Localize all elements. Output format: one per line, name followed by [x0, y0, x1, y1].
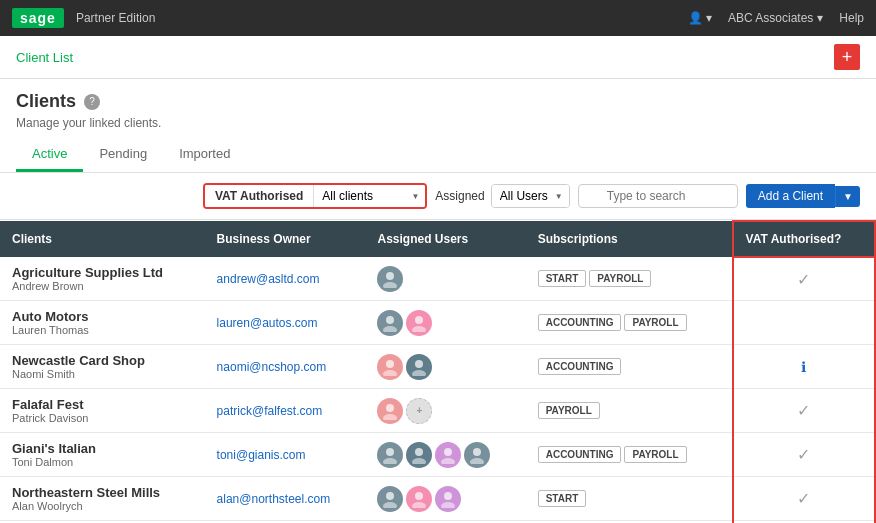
subscription-button[interactable]: START — [538, 490, 587, 507]
check-icon: ✓ — [746, 270, 862, 289]
add-client-dropdown-button[interactable]: ▼ — [835, 186, 860, 207]
svg-point-7 — [383, 370, 397, 376]
vat-authorised-cell: ✓ — [733, 389, 875, 433]
tabs: Active Pending Imported — [16, 138, 860, 172]
add-client-button[interactable]: Add a Client — [746, 184, 835, 208]
filter-bar: VAT Authorised All clients VAT Authorise… — [0, 173, 876, 220]
search-input[interactable] — [578, 184, 738, 208]
subscription-button[interactable]: PAYROLL — [589, 270, 651, 287]
search-wrapper — [578, 184, 738, 208]
client-name[interactable]: Newcastle Card Shop — [12, 353, 193, 368]
top-add-button[interactable]: + — [834, 44, 860, 70]
svg-point-18 — [473, 448, 481, 456]
add-client-group: Add a Client ▼ — [746, 184, 860, 208]
assigned-users-cell — [365, 301, 525, 345]
client-name[interactable]: Auto Motors — [12, 309, 193, 324]
svg-point-14 — [415, 448, 423, 456]
avatar — [377, 442, 403, 468]
svg-point-5 — [412, 326, 426, 332]
vat-authorised-cell: ✓ — [733, 477, 875, 521]
client-name[interactable]: Agriculture Supplies Ltd — [12, 265, 193, 280]
company-name[interactable]: ABC Associates ▾ — [728, 11, 823, 25]
subscription-button[interactable]: PAYROLL — [624, 446, 686, 463]
client-name-cell: Agriculture Supplies Ltd Andrew Brown — [0, 257, 205, 301]
subscriptions-cell: ACCOUNTINGPAYROLL — [526, 433, 733, 477]
breadcrumb[interactable]: Client List — [16, 50, 73, 65]
subscription-button[interactable]: PAYROLL — [624, 314, 686, 331]
client-name-cell: Auto Motors Lauren Thomas — [0, 301, 205, 345]
col-vat-authorised: VAT Authorised? — [733, 221, 875, 257]
vat-filter-select[interactable]: All clients VAT Authorised Not Authorise… — [313, 185, 425, 207]
vat-authorised-cell: ℹ — [733, 345, 875, 389]
client-owner: Patrick Davison — [12, 412, 193, 424]
sage-logo: sage — [12, 8, 64, 28]
business-owner-cell: patrick@falfest.com — [205, 389, 366, 433]
svg-point-3 — [383, 326, 397, 332]
tab-active[interactable]: Active — [16, 138, 83, 172]
subscription-button[interactable]: PAYROLL — [538, 402, 600, 419]
vat-authorised-cell: ✓ — [733, 433, 875, 477]
check-icon: ✓ — [746, 489, 862, 508]
help-link[interactable]: Help — [839, 11, 864, 25]
client-name[interactable]: Giani's Italian — [12, 441, 193, 456]
client-name-cell: Giani's Italian Toni Dalmon — [0, 433, 205, 477]
top-nav: sage Partner Edition 👤 ▾ ABC Associates … — [0, 0, 876, 36]
svg-point-2 — [386, 316, 394, 324]
avatar — [435, 442, 461, 468]
svg-point-8 — [415, 360, 423, 368]
subscriptions-cell: ACCOUNTING — [526, 345, 733, 389]
client-owner: Andrew Brown — [12, 280, 193, 292]
subscription-button[interactable]: ACCOUNTING — [538, 358, 622, 375]
client-owner: Alan Woolrych — [12, 500, 193, 512]
table-row: Newcastle Card Shop Naomi Smith naomi@nc… — [0, 345, 875, 389]
client-email[interactable]: patrick@falfest.com — [217, 404, 323, 418]
client-email[interactable]: lauren@autos.com — [217, 316, 318, 330]
col-subscriptions: Subscriptions — [526, 221, 733, 257]
table-row: Giani's Italian Toni Dalmon toni@gianis.… — [0, 433, 875, 477]
svg-point-10 — [386, 404, 394, 412]
svg-point-16 — [444, 448, 452, 456]
svg-point-1 — [383, 282, 397, 288]
assigned-group: Assigned All Users — [435, 184, 569, 208]
tab-pending[interactable]: Pending — [83, 138, 163, 172]
clients-table-container: Clients Business Owner Assigned Users Su… — [0, 220, 876, 523]
svg-point-19 — [470, 458, 484, 464]
client-email[interactable]: toni@gianis.com — [217, 448, 306, 462]
business-owner-cell: toni@gianis.com — [205, 433, 366, 477]
client-name[interactable]: Northeastern Steel Mills — [12, 485, 193, 500]
avatar — [377, 310, 403, 336]
svg-point-23 — [412, 502, 426, 508]
assigned-users-cell — [365, 257, 525, 301]
client-owner: Naomi Smith — [12, 368, 193, 380]
subscription-button[interactable]: ACCOUNTING — [538, 446, 622, 463]
table-header-row: Clients Business Owner Assigned Users Su… — [0, 221, 875, 257]
svg-point-13 — [383, 458, 397, 464]
client-email[interactable]: naomi@ncshop.com — [217, 360, 327, 374]
subscription-button[interactable]: START — [538, 270, 587, 287]
col-assigned-users: Assigned Users — [365, 221, 525, 257]
business-owner-cell: lauren@autos.com — [205, 301, 366, 345]
client-name[interactable]: Falafal Fest — [12, 397, 193, 412]
client-email[interactable]: alan@northsteel.com — [217, 492, 331, 506]
user-icon[interactable]: 👤 ▾ — [688, 11, 712, 25]
help-icon[interactable]: ? — [84, 94, 100, 110]
assigned-users-cell — [365, 433, 525, 477]
business-owner-cell: alan@northsteel.com — [205, 477, 366, 521]
subscription-button[interactable]: ACCOUNTING — [538, 314, 622, 331]
client-name-cell: Newcastle Card Shop Naomi Smith — [0, 345, 205, 389]
svg-point-4 — [415, 316, 423, 324]
client-email[interactable]: andrew@asltd.com — [217, 272, 320, 286]
info-icon[interactable]: ℹ — [746, 359, 862, 375]
clients-table: Clients Business Owner Assigned Users Su… — [0, 220, 876, 523]
subscriptions-cell: START — [526, 477, 733, 521]
tab-imported[interactable]: Imported — [163, 138, 246, 172]
avatar — [406, 486, 432, 512]
assigned-select[interactable]: All Users — [492, 185, 569, 207]
svg-point-24 — [444, 492, 452, 500]
avatar — [377, 486, 403, 512]
page-subtitle: Manage your linked clients. — [16, 116, 860, 130]
partner-edition-label: Partner Edition — [76, 11, 155, 25]
vat-filter-group: VAT Authorised All clients VAT Authorise… — [203, 183, 427, 209]
check-icon: ✓ — [746, 401, 862, 420]
avatar — [406, 354, 432, 380]
